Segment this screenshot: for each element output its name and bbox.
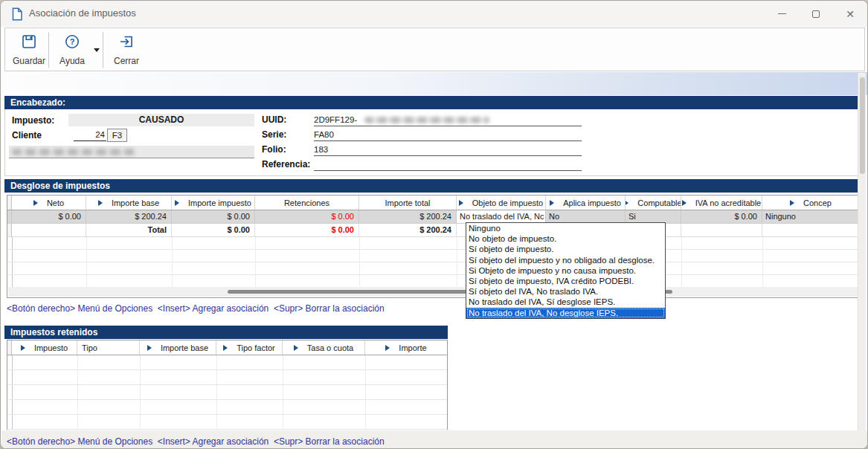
column-header-neto[interactable]: Neto — [12, 196, 86, 210]
cell-iva-no-acreditable[interactable]: $ 0.00 — [681, 210, 762, 223]
total-cell — [12, 224, 86, 236]
cell-importe-base[interactable]: $ 200.24 — [86, 210, 172, 223]
cell-concepto[interactable]: Ninguno — [762, 210, 859, 223]
impuesto-label: Impuesto: — [12, 115, 54, 126]
sort-arrow-icon — [147, 345, 152, 351]
sort-arrow-icon — [33, 200, 38, 206]
column-header-tasa-o-cuota[interactable]: Tasa o cuota — [283, 340, 365, 355]
column-header-importe[interactable]: Importe — [365, 340, 447, 355]
impuesto-field: CAUSADO — [68, 114, 254, 126]
column-header-tipo-factor[interactable]: Tipo factor — [216, 340, 283, 355]
sort-arrow-icon — [682, 200, 687, 206]
maximize-icon — [812, 10, 820, 18]
uuid-label: UUID: — [262, 114, 286, 125]
maximize-button[interactable] — [799, 1, 833, 27]
column-header-label: Importe — [399, 343, 426, 352]
help-button[interactable]: ? Ayuda — [53, 30, 91, 68]
column-header-tipo[interactable]: Tipo — [77, 340, 140, 355]
column-header-importe-impuesto[interactable]: Importe impuesto — [172, 196, 255, 210]
dropdown-option[interactable]: Ninguno — [466, 223, 665, 233]
retenidos-table: Impuesto Tipo Importe base Tipo factor T… — [7, 340, 448, 430]
cliente-tag-field[interactable]: F3 — [107, 129, 127, 142]
help-dropdown-arrow-icon[interactable] — [94, 48, 100, 52]
cell-neto[interactable]: $ 0.00 — [12, 210, 86, 223]
desglose-data-row[interactable]: $ 0.00 $ 200.24 $ 0.00 $ 0.00 $ 200.24 N… — [7, 210, 859, 224]
total-cell — [681, 224, 762, 236]
column-header-label: Tipo factor — [237, 343, 275, 352]
column-header-aplica-impuesto[interactable]: Aplica impuesto — [546, 196, 626, 210]
column-header-label: Concep — [803, 198, 832, 207]
column-header-computable[interactable]: Computable — [626, 196, 681, 210]
close-button[interactable]: ✕ — [833, 1, 867, 27]
column-header-importe-base[interactable]: Importe base — [140, 340, 216, 355]
minimize-button[interactable] — [765, 1, 799, 27]
desglose-total-row: Total $ 0.00 $ 0.00 $ 200.24 — [7, 224, 859, 237]
sort-arrow-icon — [175, 200, 179, 206]
dropdown-option[interactable]: Sí objeto de impuesto, IVA crédito PODEB… — [466, 276, 665, 286]
vertical-scrollbar-thumb[interactable] — [860, 77, 865, 174]
empty-table-row — [7, 385, 447, 400]
retenidos-header-row: Impuesto Tipo Importe base Tipo factor T… — [7, 340, 447, 355]
dropdown-option[interactable]: Sí objeto del IVA, No traslado IVA. — [466, 286, 665, 297]
empty-table-row — [7, 250, 859, 262]
dropdown-option-selected[interactable]: No traslado del IVA, No desglose IEPS. — [466, 308, 665, 318]
encabezado-panel: Impuesto: CAUSADO Cliente 24 F3 UUID: 2D… — [4, 109, 865, 176]
sort-arrow-icon — [21, 345, 25, 351]
column-header-objeto-de-impuesto[interactable]: Objeto de impuesto — [457, 196, 546, 210]
cell-retenciones[interactable]: $ 0.00 — [255, 210, 359, 223]
cell-aplica-impuesto[interactable]: No — [546, 210, 626, 223]
column-header-iva-no-acreditable[interactable]: IVA no acreditable — [681, 196, 762, 210]
column-header-label: Aplica impuesto — [563, 198, 621, 207]
referencia-field[interactable] — [314, 158, 582, 171]
sort-arrow-icon — [223, 345, 228, 351]
dropdown-option[interactable]: Sí objeto del impuesto y no obligado al … — [466, 255, 665, 265]
column-header-label: Importe total — [385, 198, 430, 207]
section-header-desglose: Desglose de impuestos — [4, 179, 865, 193]
column-header-impuesto[interactable]: Impuesto — [12, 340, 77, 355]
dropdown-option[interactable]: No traslado del IVA, Sí desglose IEPS. — [466, 297, 665, 307]
dialog-window: Asociación de impuestos ✕ Guardar ? Ayud… — [0, 0, 868, 449]
column-header-label: Tipo — [82, 343, 97, 352]
minimize-icon — [778, 13, 786, 14]
empty-table-row — [7, 370, 447, 385]
close-dialog-button[interactable]: Cerrar — [108, 30, 145, 68]
sort-arrow-icon — [790, 200, 794, 206]
column-header-label: IVA no acreditable — [695, 198, 761, 207]
save-icon — [21, 33, 37, 53]
background-gradient — [1, 72, 868, 95]
toolbar-divider — [48, 32, 49, 68]
horizontal-scrollbar[interactable] — [8, 287, 858, 297]
options-hint-text: <Botón derecho> Menú de Opciones <Insert… — [7, 303, 385, 314]
column-header-concepto[interactable]: Concep — [762, 196, 859, 210]
window-title: Asociación de impuestos — [29, 7, 136, 19]
cell-computable[interactable]: Si — [626, 210, 681, 223]
redacted-text — [364, 117, 489, 123]
cell-importe-impuesto[interactable]: $ 0.00 — [172, 210, 255, 223]
sort-arrow-icon — [626, 200, 629, 206]
objeto-de-impuesto-dropdown: Ninguno No objeto de impuesto. Sí objeto… — [466, 222, 666, 319]
vertical-scrollbar[interactable] — [858, 73, 866, 430]
column-header-importe-total[interactable]: Importe total — [359, 196, 457, 210]
section-header-retenidos: Impuestos retenidos — [4, 326, 448, 339]
toolbar: Guardar ? Ayuda Cerrar — [4, 28, 865, 71]
dropdown-option[interactable]: Sí objeto de impuesto. — [466, 244, 665, 254]
column-header-retenciones[interactable]: Retenciones — [255, 196, 359, 210]
sort-arrow-icon — [385, 345, 390, 351]
serie-field[interactable]: FA80 — [314, 129, 582, 141]
total-importe-total: $ 200.24 — [359, 224, 457, 236]
save-button[interactable]: Guardar — [10, 30, 48, 68]
column-header-label: Importe impuesto — [188, 198, 251, 207]
uuid-field[interactable]: 2D9FF129- — [314, 114, 582, 126]
dropdown-option[interactable]: Si Objeto de impuesto y no causa impuest… — [466, 265, 665, 276]
cell-objeto-de-impuesto-editor[interactable]: No traslado del IVA, Nc — [457, 210, 546, 223]
help-button-label: Ayuda — [60, 56, 85, 66]
dropdown-option[interactable]: No objeto de impuesto. — [466, 233, 665, 244]
uuid-value: 2D9FF129- — [314, 115, 357, 124]
cliente-field[interactable]: 24 — [74, 129, 106, 141]
empty-table-row — [7, 400, 447, 415]
cell-importe-total[interactable]: $ 200.24 — [359, 210, 457, 223]
column-header-importe-base[interactable]: Importe base — [86, 196, 172, 210]
folio-field[interactable]: 183 — [314, 143, 582, 156]
sort-arrow-icon — [550, 200, 554, 206]
options-hint-text: <Botón derecho> Menú de Opciones <Insert… — [7, 436, 385, 447]
